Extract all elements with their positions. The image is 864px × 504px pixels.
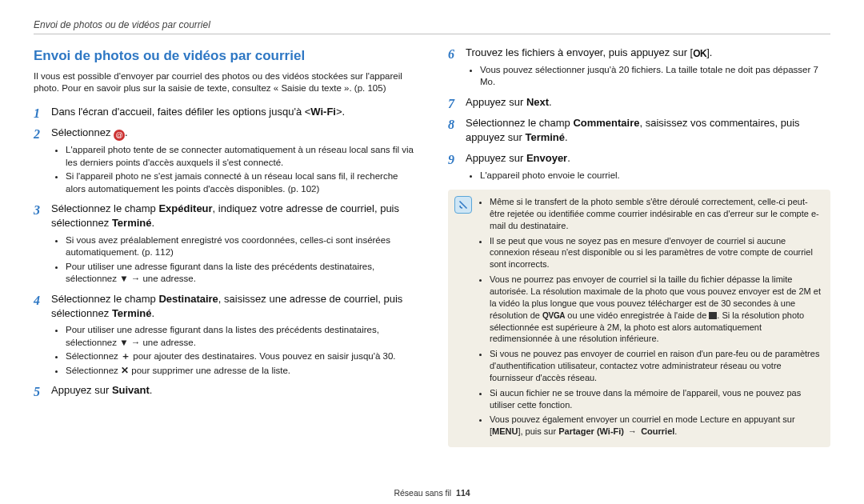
intro-text: Il vous est possible d'envoyer par courr… bbox=[34, 71, 402, 94]
qvga-label: QVGA bbox=[542, 311, 565, 320]
step-main-text: Appuyez sur Envoyer. bbox=[466, 151, 830, 166]
bullet-item: Pour utiliser une adresse figurant dans … bbox=[66, 261, 416, 286]
bullet-item: Si vous avez préalablement enregistré vo… bbox=[66, 234, 416, 259]
bullet-item: Si l'appareil photo ne s'est jamais conn… bbox=[66, 170, 416, 195]
step-item: Appuyez sur Suivant. bbox=[34, 383, 416, 398]
step-item: Sélectionnez le champ Commentaire, saisi… bbox=[448, 116, 830, 145]
step-item: Dans l'écran d'accueil, faites défiler l… bbox=[34, 105, 416, 119]
intro-paragraph: Il vous est possible d'envoyer par courr… bbox=[34, 70, 416, 95]
sub-bullets: Pour utiliser une adresse figurant dans … bbox=[51, 324, 416, 377]
chevron-down-icon: ▼ bbox=[119, 274, 128, 283]
film-icon bbox=[709, 312, 717, 319]
note-icon-container bbox=[454, 196, 472, 441]
note-item: Même si le transfert de la photo semble … bbox=[490, 196, 822, 232]
note-item: Vous ne pourrez pas envoyer de courriel … bbox=[490, 274, 822, 345]
intro-page-ref: (p. 105) bbox=[354, 83, 386, 93]
step-main-text: Sélectionnez le champ Commentaire, saisi… bbox=[466, 116, 830, 145]
ok-button-glyph: OK bbox=[693, 47, 706, 61]
close-icon: ✕ bbox=[121, 366, 129, 375]
step-item: Sélectionnez le champ Expéditeur, indiqu… bbox=[34, 202, 416, 285]
sub-bullets: L'appareil photo envoie le courriel. bbox=[466, 170, 830, 182]
sub-bullets: Vous pouvez sélectionner jusqu'à 20 fich… bbox=[466, 64, 830, 89]
bullet-item: Sélectionnez ＋ pour ajouter des destinat… bbox=[66, 350, 416, 363]
step-item: Sélectionnez @.L'appareil photo tente de… bbox=[34, 126, 416, 195]
note-box: Même si le transfert de la photo semble … bbox=[448, 190, 830, 447]
steps-list-right: Trouvez les fichiers à envoyer, puis app… bbox=[448, 46, 830, 182]
step-main-text: Appuyez sur Suivant. bbox=[51, 383, 416, 398]
step-main-text: Sélectionnez le champ Destinataire, sais… bbox=[51, 292, 416, 321]
two-column-layout: Envoi de photos ou de vidéos par courrie… bbox=[34, 46, 830, 447]
bullet-item: Sélectionnez ✕ pour supprimer une adress… bbox=[66, 365, 416, 378]
step-main-text: Sélectionnez @. bbox=[51, 126, 416, 141]
bullet-item: L'appareil photo tente de se connecter a… bbox=[66, 144, 416, 169]
plus-icon: ＋ bbox=[121, 351, 130, 361]
step-item: Sélectionnez le champ Destinataire, sais… bbox=[34, 292, 416, 377]
footer-label: Réseau sans fil bbox=[394, 488, 451, 498]
sub-bullets: L'appareil photo tente de se connecter a… bbox=[51, 144, 416, 195]
running-header: Envoi de photos ou de vidéos par courrie… bbox=[34, 19, 830, 34]
email-icon: @ bbox=[114, 130, 125, 141]
note-item: Si vous ne pouvez pas envoyer de courrie… bbox=[490, 348, 822, 384]
menu-button-glyph: MENU bbox=[492, 426, 518, 436]
bullet-item: Pour utiliser une adresse figurant dans … bbox=[66, 324, 416, 349]
bullet-item: L'appareil photo envoie le courriel. bbox=[480, 170, 830, 182]
step-main-text: Sélectionnez le champ Expéditeur, indiqu… bbox=[51, 202, 416, 230]
note-item: Si aucun fichier ne se trouve dans la mé… bbox=[490, 387, 822, 411]
sub-bullets: Si vous avez préalablement enregistré vo… bbox=[51, 234, 416, 286]
step-item: Appuyez sur Envoyer.L'appareil photo env… bbox=[448, 151, 830, 182]
chevron-down-icon: ▼ bbox=[119, 338, 128, 347]
step-main-text: Dans l'écran d'accueil, faites défiler l… bbox=[51, 105, 416, 119]
note-list: Même si le transfert de la photo semble … bbox=[477, 196, 822, 441]
step-item: Trouvez les fichiers à envoyer, puis app… bbox=[448, 46, 830, 89]
page-root: Envoi de photos ou de vidéos par courrie… bbox=[0, 0, 864, 504]
note-item: Il se peut que vous ne soyez pas en mesu… bbox=[490, 235, 822, 271]
footer-page-number: 114 bbox=[456, 488, 470, 498]
step-main-text: Trouvez les fichiers à envoyer, puis app… bbox=[466, 46, 830, 61]
right-column: Trouvez les fichiers à envoyer, puis app… bbox=[448, 46, 830, 447]
step-item: Appuyez sur Next. bbox=[448, 95, 830, 110]
bullet-item: Vous pouvez sélectionner jusqu'à 20 fich… bbox=[480, 64, 830, 89]
left-column: Envoi de photos ou de vidéos par courrie… bbox=[34, 46, 416, 447]
page-footer: Réseau sans fil 114 bbox=[0, 488, 864, 498]
steps-list-left: Dans l'écran d'accueil, faites défiler l… bbox=[34, 105, 416, 398]
note-icon bbox=[454, 196, 472, 214]
step-main-text: Appuyez sur Next. bbox=[466, 95, 830, 110]
note-item: Vous pouvez également envoyer un courrie… bbox=[490, 414, 822, 438]
section-title: Envoi de photos ou de vidéos par courrie… bbox=[34, 47, 416, 66]
